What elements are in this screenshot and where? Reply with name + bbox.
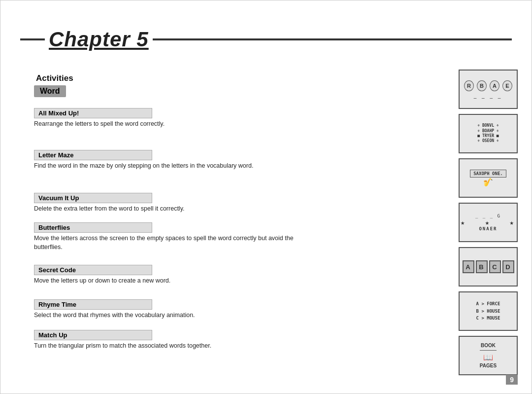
illus-word-grid: ⚘ BONVL ⚘ ⚘ BOAHP ⚘ ■ TRYER ■ ⚘ OSEON ⚘: [459, 114, 518, 153]
word-badge[interactable]: Word: [34, 85, 66, 97]
activity-button-all-mixed-up[interactable]: All Mixed Up!: [34, 108, 152, 118]
activity-desc-secret-code: Move the letters up or down to create a …: [34, 277, 310, 286]
activity-desc-all-mixed-up: Rearrange the letters to spell the word …: [34, 120, 310, 129]
pages-label: PAGES: [480, 363, 497, 368]
grid-row-4: ⚘ OSEON ⚘: [477, 139, 499, 143]
activity-letter-maze: Letter Maze Find the word in the maze by…: [34, 150, 310, 172]
illus-letter-tiles: R B A E _ _ _ _: [459, 70, 518, 109]
tile-E: E: [502, 80, 512, 91]
stars-letters: ONAER: [461, 226, 516, 231]
illus-stars-letters: _ _ _ G ★ ★ ★ ONAER: [459, 203, 518, 242]
activity-button-rhyme-time[interactable]: Rhyme Time: [34, 299, 152, 310]
chapter-title: Chapter 5: [49, 28, 149, 51]
force-line: A > FORCE: [476, 300, 500, 307]
tile-A: A: [490, 80, 499, 91]
activities-label: Activities: [36, 73, 73, 83]
chapter-line-left: [20, 38, 45, 40]
activity-secret-code: Secret Code Move the letters up or down …: [34, 265, 310, 287]
activity-button-letter-maze[interactable]: Letter Maze: [34, 150, 152, 160]
book-label: BOOK: [480, 343, 497, 351]
illustrations-panel: R B A E _ _ _ _ ⚘ BONVL ⚘ ⚘ BOAHP ⚘ ■ TR…: [459, 70, 518, 375]
activity-butterflies: Butterflies Move the letters across the …: [34, 222, 310, 252]
grid-row-3: ■ TRYER ■: [477, 134, 499, 139]
activity-button-butterflies[interactable]: Butterflies: [34, 222, 152, 233]
grid-row-1: ⚘ BONVL ⚘: [477, 123, 499, 128]
illus-abcd-blocks: A B C D: [459, 247, 518, 287]
activity-desc-vacuum-it-up: Delete the extra letter from the word to…: [34, 205, 310, 214]
activity-vacuum-it-up: Vacuum It Up Delete the extra letter fro…: [34, 193, 310, 215]
house-line: B > HOUSE: [476, 308, 500, 315]
illus-book-pages: BOOK 📖 PAGES: [459, 336, 518, 375]
illus-force-house-mouse: A > FORCE B > HOUSE C > MOUSE: [459, 291, 518, 331]
chapter-line-right: [153, 38, 512, 40]
activity-desc-butterflies: Move the letters across the screen to th…: [34, 234, 310, 251]
illus-saxophone: SAXOPH ONE. 🎷: [459, 158, 518, 198]
activity-desc-letter-maze: Find the word in the maze by only steppi…: [34, 162, 310, 171]
stars-top-line: _ _ _ G: [461, 214, 516, 218]
book-icon: 📖: [480, 353, 497, 362]
stars-row: ★ ★ ★: [461, 218, 516, 226]
page-container: Chapter 5 Activities Word All Mixed Up! …: [0, 0, 532, 394]
block-D: D: [502, 260, 514, 273]
activity-rhyme-time: Rhyme Time Select the word that rhymes w…: [34, 299, 310, 321]
activity-all-mixed-up: All Mixed Up! Rearrange the letters to s…: [34, 108, 310, 130]
block-A: A: [463, 260, 474, 273]
chapter-header: Chapter 5: [20, 28, 512, 51]
activity-desc-rhyme-time: Select the word that rhymes with the voc…: [34, 311, 310, 320]
block-C: C: [489, 260, 501, 273]
tile-R: R: [464, 80, 474, 91]
sax-label: SAXOPH ONE.: [470, 170, 506, 178]
activity-button-secret-code[interactable]: Secret Code: [34, 265, 152, 275]
tile-B: B: [477, 80, 487, 91]
page-number: 9: [506, 375, 518, 385]
mouse-line: C > MOUSE: [476, 315, 500, 322]
activity-desc-match-up: Turn the triangular prism to match the a…: [34, 342, 310, 351]
activity-button-vacuum-it-up[interactable]: Vacuum It Up: [34, 193, 152, 203]
sax-icon: 🎷: [470, 178, 506, 187]
activity-match-up: Match Up Turn the triangular prism to ma…: [34, 330, 310, 352]
block-B: B: [476, 260, 488, 273]
activity-button-match-up[interactable]: Match Up: [34, 330, 152, 340]
grid-row-2: ⚘ BOAHP ⚘: [477, 129, 499, 134]
tile-underscores: _ _ _ _: [474, 93, 503, 99]
